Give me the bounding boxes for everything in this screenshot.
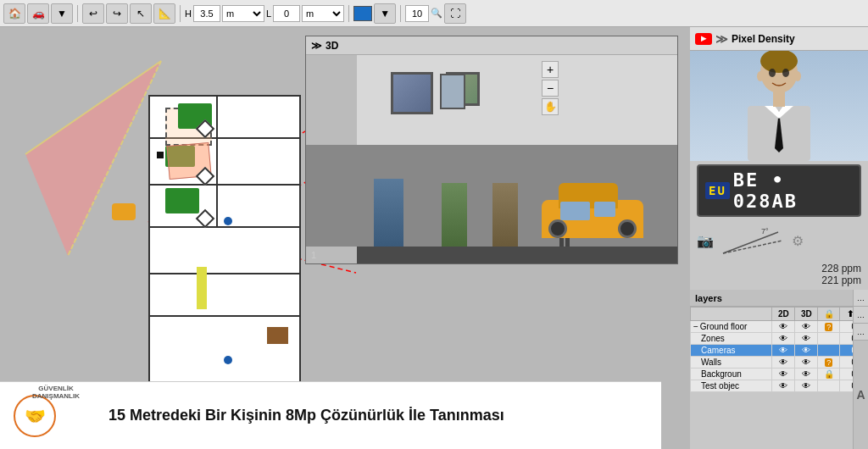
layers-title: layers [695, 293, 722, 303]
pd-title: Pixel Density [732, 33, 795, 45]
length-select[interactable]: m [302, 5, 344, 22]
gear-icon[interactable]: ⚙ [792, 233, 804, 249]
layer-eye2d[interactable]: 👁 [772, 333, 795, 345]
layer-eye3d[interactable]: 👁 [795, 321, 818, 333]
layer-collapse-icon[interactable]: − [693, 322, 698, 331]
col-2d: 2D [772, 308, 795, 321]
room-divider-h1 [148, 95, 233, 97]
layer-name-cell: −Ground floor [691, 321, 772, 333]
pan-btn[interactable]: ✋ [542, 98, 559, 115]
toolbar-measure[interactable]: 📐 [153, 3, 175, 24]
toolbar-arrow[interactable]: ▼ [51, 3, 73, 24]
room-divider-h5 [148, 273, 301, 274]
height-input[interactable] [193, 5, 220, 22]
layer-row[interactable]: −Ground floor👁👁?0 [691, 321, 868, 333]
view3d-title: 3D [326, 40, 338, 52]
layers-body: −Ground floor👁👁?0Zones👁👁0Cameras👁👁0Walls… [691, 321, 868, 392]
layer-badge: ? [818, 357, 840, 369]
layer-eye3d[interactable]: 👁 [795, 357, 818, 369]
room-divider-h6 [148, 315, 301, 317]
person-svg [690, 51, 868, 161]
ppm1-value: 228 ppm [697, 263, 861, 274]
black-mark [157, 152, 164, 158]
layer-eye2d[interactable]: 👁 [772, 321, 795, 333]
room-divider-v1 [216, 95, 218, 226]
layer-eye2d[interactable]: 👁 [772, 345, 795, 357]
layer-name-cell: Zones [691, 333, 772, 345]
col-lock: 🔒 [818, 308, 840, 321]
height-input-group: H m [185, 5, 264, 22]
layer-eye2d[interactable]: 👁 [772, 369, 795, 380]
layers-btn-a[interactable]: A [854, 341, 868, 449]
color-arrow[interactable]: ▼ [374, 3, 396, 24]
length-label: L [266, 8, 271, 19]
youtube-icon: ▶ [695, 33, 712, 45]
toolbar-fit[interactable]: ⛶ [444, 3, 466, 24]
svg-point-15 [794, 71, 801, 81]
layers-table: 2D 3D 🔒 ⬆ L −Ground floor👁👁?0Zones👁👁0Cam… [690, 307, 868, 392]
toolbar-cursor[interactable]: ↖ [130, 3, 152, 24]
view3d-panel: ≫ 3D [305, 36, 678, 264]
layer-row[interactable]: Test objec👁👁0 [691, 380, 868, 392]
toolbar-undo[interactable]: ↩ [82, 3, 104, 24]
svg-point-12 [769, 69, 776, 77]
color-swatch[interactable] [353, 6, 372, 21]
layers-btn-1[interactable]: … [854, 290, 868, 307]
handshake-icon: 🤝 [25, 406, 46, 426]
svg-text:7°: 7° [761, 227, 769, 236]
pd-header: ▶ ≫ Pixel Density [690, 27, 868, 51]
zoom-out-btn[interactable]: − [542, 80, 559, 97]
length-input[interactable] [273, 5, 300, 22]
scene-door3 [492, 183, 518, 247]
sep4 [400, 5, 401, 22]
layer-row[interactable]: Zones👁👁0 [691, 333, 868, 345]
layer-eye2d[interactable]: 👁 [772, 357, 795, 369]
toolbar-car[interactable]: 🚗 [27, 3, 49, 24]
col-3d: 3D [795, 308, 818, 321]
car-body [542, 200, 643, 238]
logo-text: GÜVENLİK DANIŞMANLIK [32, 385, 80, 401]
layer-row[interactable]: Backgroun👁👁🔒0 [691, 369, 868, 380]
layers-btn-3[interactable]: … [854, 324, 868, 341]
license-plate: EU BE • 028AB [697, 164, 861, 217]
svg-marker-0 [25, 61, 161, 256]
view3d-expand-icon: ≫ [311, 40, 322, 52]
view3d-content[interactable]: 1 [306, 55, 677, 263]
toolbar: 🏠 🚗 ▼ ↩ ↪ ↖ 📐 H m L m ▼ 🔍 ⛶ [0, 0, 868, 27]
layer-eye3d[interactable]: 👁 [795, 333, 818, 345]
layer-eye2d[interactable]: 👁 [772, 380, 795, 392]
layer-row[interactable]: Walls👁👁?0 [691, 357, 868, 369]
blue-marker-2 [224, 356, 232, 364]
camera-controls: 📷 7° ⚙ [697, 224, 861, 258]
layer-row[interactable]: Cameras👁👁0 [691, 345, 868, 357]
layer-name-cell: Backgroun [691, 369, 772, 380]
zoom-in-btn[interactable]: + [542, 61, 559, 78]
layer-eye3d[interactable]: 👁 [795, 345, 818, 357]
ppm-readings: 228 ppm 221 ppm [697, 263, 861, 286]
svg-point-13 [782, 69, 789, 77]
pd-expand-icon: ≫ [715, 32, 728, 46]
toolbar-redo[interactable]: ↪ [106, 3, 128, 24]
layer-eye3d[interactable]: 👁 [795, 380, 818, 392]
layer-badge [818, 345, 840, 357]
layers-btn-2[interactable]: … [854, 307, 868, 324]
zoom-group: 🔍 [405, 5, 442, 22]
fp-brown [267, 327, 288, 344]
toolbar-house[interactable]: 🏠 [3, 3, 25, 24]
main-area: 🤝 GÜVENLİK DANIŞMANLIK 15 Metredeki Bir … [0, 27, 868, 449]
ppm2-value: 221 ppm [697, 274, 861, 286]
layer-name-cell: Walls [691, 357, 772, 369]
layer-badge [818, 333, 840, 345]
sep1 [77, 5, 78, 22]
bottom-text-bar: 🤝 GÜVENLİK DANIŞMANLIK 15 Metredeki Bir … [0, 381, 661, 449]
car-wheel-back [618, 219, 637, 238]
layer-eye3d[interactable]: 👁 [795, 369, 818, 380]
zoom-input[interactable] [405, 5, 429, 22]
scene-door1 [374, 179, 403, 247]
zoom-icon: 🔍 [431, 8, 442, 19]
layers-panel: layers 2D 3D 🔒 ⬆ L −Ground floor👁👁?0Zone… [690, 290, 868, 449]
angle-diagram: 7° [719, 224, 787, 258]
height-select[interactable]: m [222, 5, 264, 22]
svg-point-14 [757, 71, 764, 81]
plate-number: BE • 028AB [733, 169, 853, 212]
